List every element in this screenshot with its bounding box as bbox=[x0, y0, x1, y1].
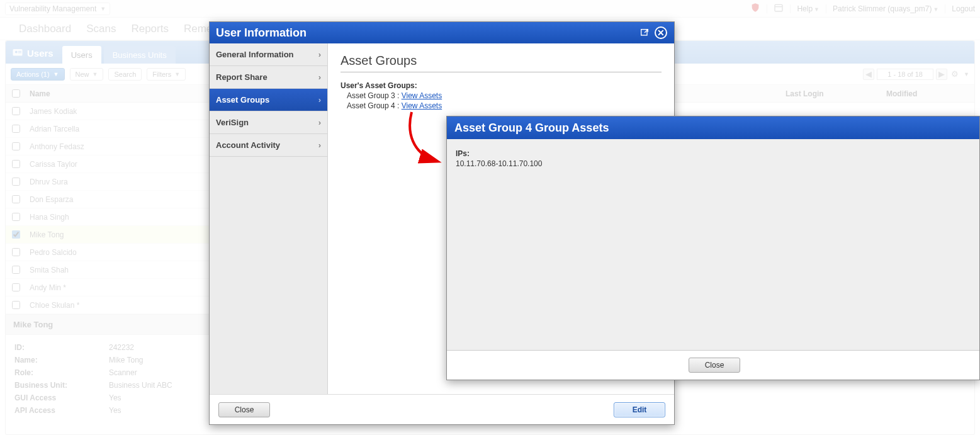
close-button[interactable]: Close bbox=[218, 402, 270, 417]
calendar-icon[interactable] bbox=[774, 3, 784, 14]
filters-button[interactable]: Filters▼ bbox=[147, 68, 186, 81]
asset-group-assets-dialog: Asset Group 4 Group Assets IPs: 10.11.70… bbox=[446, 116, 980, 380]
row-checkbox[interactable] bbox=[12, 230, 20, 239]
sidebar-item[interactable]: VeriSign› bbox=[210, 111, 327, 134]
chevron-right-icon: › bbox=[318, 140, 321, 150]
close-button[interactable]: Close bbox=[689, 358, 740, 373]
detail-key: Business Unit: bbox=[14, 379, 109, 392]
help-menu[interactable]: Help▼ bbox=[797, 4, 819, 13]
view-assets-link[interactable]: View Assets bbox=[402, 91, 442, 100]
row-checkbox[interactable] bbox=[12, 283, 20, 291]
detail-key: Name: bbox=[14, 354, 109, 366]
detail-key: ID: bbox=[14, 341, 109, 354]
asset-groups-label: User's Asset Groups: bbox=[341, 81, 662, 90]
svg-rect-6 bbox=[18, 52, 21, 53]
chevron-down-icon: ▼ bbox=[174, 71, 180, 77]
row-checkbox[interactable] bbox=[12, 301, 20, 309]
sidebar-item-label: Asset Groups bbox=[216, 95, 269, 105]
col-last-login[interactable]: Last Login bbox=[786, 89, 886, 98]
pager: ◀ 1 - 18 of 18 ▶ bbox=[863, 69, 947, 80]
user-menu[interactable]: Patrick Slimmer (quays_pm7)▼ bbox=[833, 4, 938, 13]
chevron-down-icon: ▼ bbox=[964, 71, 969, 77]
row-checkbox[interactable] bbox=[12, 160, 20, 168]
search-button[interactable]: Search bbox=[108, 68, 142, 81]
chevron-right-icon: › bbox=[318, 95, 321, 105]
detail-value: Mike Tong bbox=[109, 354, 143, 366]
detail-key: API Access bbox=[14, 404, 109, 417]
asset-group-line: Asset Group 4 : View Assets bbox=[347, 101, 662, 110]
nav-dashboard[interactable]: Dashboard bbox=[19, 23, 71, 35]
sidebar-item-label: VeriSign bbox=[216, 118, 249, 127]
users-icon bbox=[12, 47, 23, 59]
row-checkbox[interactable] bbox=[12, 142, 20, 150]
ips-value: 10.11.70.68-10.11.70.100 bbox=[456, 159, 971, 168]
chevron-right-icon: › bbox=[318, 50, 321, 59]
dialog-footer: Close bbox=[447, 351, 979, 380]
chevron-down-icon: ▼ bbox=[93, 71, 98, 77]
nav-scans[interactable]: Scans bbox=[86, 23, 116, 35]
tab-business-units[interactable]: Business Units bbox=[104, 46, 176, 64]
svg-rect-7 bbox=[641, 30, 647, 35]
detail-value: Yes bbox=[109, 404, 121, 417]
dialog-sidebar: General Information›Report Share›Asset G… bbox=[210, 43, 328, 394]
svg-text:17: 17 bbox=[753, 5, 758, 9]
col-modified[interactable]: Modified bbox=[886, 89, 974, 98]
select-all-checkbox[interactable] bbox=[12, 89, 20, 98]
logout-link[interactable]: Logout bbox=[952, 4, 975, 13]
ips-label: IPs: bbox=[456, 149, 971, 158]
view-assets-link[interactable]: View Assets bbox=[402, 101, 442, 110]
detail-value: Scanner bbox=[109, 366, 137, 379]
sidebar-item[interactable]: Report Share› bbox=[210, 66, 327, 89]
row-checkbox[interactable] bbox=[12, 178, 20, 186]
chevron-down-icon: ▼ bbox=[814, 6, 819, 13]
section-title: Users bbox=[12, 47, 54, 59]
new-button[interactable]: New▼ bbox=[70, 68, 104, 81]
edit-button[interactable]: Edit bbox=[614, 402, 665, 417]
sidebar-item-label: Report Share bbox=[216, 72, 268, 82]
sidebar-item[interactable]: Asset Groups› bbox=[210, 89, 327, 111]
top-bar: Vulnerability Management ▼ 17 Help▼ Patr… bbox=[0, 0, 980, 18]
tab-users[interactable]: Users bbox=[62, 46, 101, 64]
shield-icon[interactable]: 17 bbox=[750, 3, 760, 14]
svg-rect-5 bbox=[18, 51, 21, 52]
row-checkbox[interactable] bbox=[12, 266, 20, 274]
dialog-title: User Information bbox=[216, 26, 307, 40]
sidebar-item-label: General Information bbox=[216, 50, 294, 59]
close-icon[interactable]: ✕ bbox=[654, 26, 668, 40]
dialog-titlebar[interactable]: User Information ✕ bbox=[210, 22, 674, 43]
actions-button[interactable]: Actions (1)▼ bbox=[11, 68, 65, 81]
chevron-down-icon: ▼ bbox=[100, 6, 106, 12]
sidebar-item-label: Account Activity bbox=[216, 140, 280, 150]
svg-rect-1 bbox=[775, 4, 782, 11]
detail-value: 242232 bbox=[109, 341, 134, 354]
detail-value: Business Unit ABC bbox=[109, 379, 172, 392]
pager-text: 1 - 18 of 18 bbox=[877, 69, 933, 80]
sidebar-item[interactable]: General Information› bbox=[210, 43, 327, 66]
module-label: Vulnerability Management bbox=[9, 4, 96, 13]
chevron-down-icon: ▼ bbox=[933, 6, 938, 13]
detail-key: Role: bbox=[14, 366, 109, 379]
row-checkbox[interactable] bbox=[12, 195, 20, 203]
pager-prev[interactable]: ◀ bbox=[863, 69, 874, 80]
asset-group-line: Asset Group 3 : View Assets bbox=[347, 91, 662, 100]
popout-icon[interactable] bbox=[638, 26, 651, 40]
chevron-right-icon: › bbox=[318, 72, 321, 82]
chevron-down-icon: ▼ bbox=[54, 71, 59, 77]
detail-key: GUI Access bbox=[14, 392, 109, 404]
dialog-title: Asset Group 4 Group Assets bbox=[454, 121, 609, 135]
row-checkbox[interactable] bbox=[12, 125, 20, 133]
svg-point-4 bbox=[15, 51, 18, 54]
content-heading: Asset Groups bbox=[341, 54, 662, 72]
gear-icon[interactable]: ⚙ bbox=[951, 69, 959, 79]
dialog-titlebar[interactable]: Asset Group 4 Group Assets bbox=[447, 116, 979, 139]
dialog-content: IPs: 10.11.70.68-10.11.70.100 bbox=[447, 139, 979, 351]
module-selector[interactable]: Vulnerability Management ▼ bbox=[5, 3, 110, 15]
chevron-right-icon: › bbox=[318, 118, 321, 127]
nav-reports[interactable]: Reports bbox=[131, 23, 169, 35]
pager-next[interactable]: ▶ bbox=[936, 69, 947, 80]
row-checkbox[interactable] bbox=[12, 213, 20, 221]
row-checkbox[interactable] bbox=[12, 248, 20, 256]
dialog-footer: Close Edit bbox=[210, 394, 674, 424]
sidebar-item[interactable]: Account Activity› bbox=[210, 134, 327, 157]
row-checkbox[interactable] bbox=[12, 107, 20, 115]
